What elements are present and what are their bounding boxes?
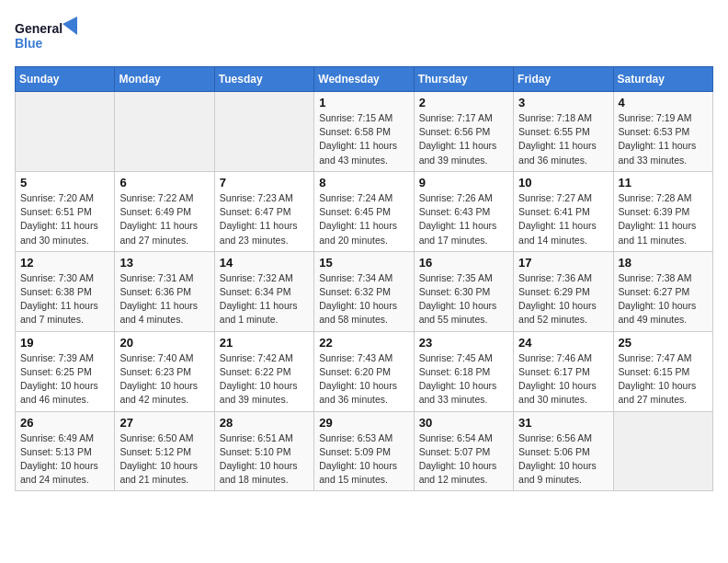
page-header: General Blue	[15, 15, 713, 59]
day-info: Sunrise: 6:54 AMSunset: 5:07 PMDaylight:…	[419, 431, 508, 488]
day-number: 19	[20, 336, 109, 350]
day-info: Sunrise: 7:47 AMSunset: 6:15 PMDaylight:…	[619, 351, 708, 408]
calendar-cell: 19Sunrise: 7:39 AMSunset: 6:25 PMDayligh…	[16, 331, 115, 411]
day-info: Sunrise: 7:40 AMSunset: 6:23 PMDaylight:…	[119, 351, 209, 408]
calendar-body: 1Sunrise: 7:15 AMSunset: 6:58 PMDaylight…	[16, 92, 713, 491]
calendar-cell: 8Sunrise: 7:24 AMSunset: 6:45 PMDaylight…	[314, 171, 414, 251]
day-info: Sunrise: 7:27 AMSunset: 6:41 PMDaylight:…	[518, 191, 608, 247]
day-info: Sunrise: 7:22 AMSunset: 6:49 PMDaylight:…	[119, 191, 209, 247]
calendar-cell: 20Sunrise: 7:40 AMSunset: 6:23 PMDayligh…	[115, 331, 214, 411]
day-info: Sunrise: 7:36 AMSunset: 6:29 PMDaylight:…	[518, 271, 608, 327]
day-number: 1	[319, 96, 408, 109]
day-number: 13	[119, 256, 209, 270]
calendar-week-4: 19Sunrise: 7:39 AMSunset: 6:25 PMDayligh…	[16, 331, 713, 411]
svg-text:Blue: Blue	[15, 36, 43, 51]
calendar-cell: 12Sunrise: 7:30 AMSunset: 6:38 PMDayligh…	[16, 251, 115, 331]
day-info: Sunrise: 7:38 AMSunset: 6:27 PMDaylight:…	[619, 271, 708, 327]
day-info: Sunrise: 7:31 AMSunset: 6:36 PMDaylight:…	[119, 271, 209, 327]
day-info: Sunrise: 6:49 AMSunset: 5:13 PMDaylight:…	[20, 431, 109, 488]
day-info: Sunrise: 7:42 AMSunset: 6:22 PMDaylight:…	[220, 351, 309, 408]
day-info: Sunrise: 7:46 AMSunset: 6:17 PMDaylight:…	[518, 351, 608, 408]
day-number: 2	[419, 96, 508, 109]
day-number: 16	[419, 256, 508, 270]
day-info: Sunrise: 7:43 AMSunset: 6:20 PMDaylight:…	[319, 351, 408, 408]
day-number: 25	[619, 336, 708, 350]
day-info: Sunrise: 7:24 AMSunset: 6:45 PMDaylight:…	[319, 191, 408, 247]
day-info: Sunrise: 7:15 AMSunset: 6:58 PMDaylight:…	[319, 111, 408, 167]
calendar-week-2: 5Sunrise: 7:20 AMSunset: 6:51 PMDaylight…	[16, 171, 713, 251]
day-info: Sunrise: 7:20 AMSunset: 6:51 PMDaylight:…	[20, 191, 109, 247]
calendar-cell: 26Sunrise: 6:49 AMSunset: 5:13 PMDayligh…	[16, 411, 115, 491]
calendar-cell: 16Sunrise: 7:35 AMSunset: 6:30 PMDayligh…	[414, 251, 513, 331]
day-number: 31	[518, 416, 608, 430]
day-number: 11	[619, 176, 708, 190]
day-info: Sunrise: 6:56 AMSunset: 5:06 PMDaylight:…	[518, 431, 608, 488]
day-number: 3	[518, 96, 608, 109]
calendar-week-3: 12Sunrise: 7:30 AMSunset: 6:38 PMDayligh…	[16, 251, 713, 331]
calendar-cell: 25Sunrise: 7:47 AMSunset: 6:15 PMDayligh…	[613, 331, 712, 411]
calendar-table: SundayMondayTuesdayWednesdayThursdayFrid…	[15, 66, 713, 491]
day-info: Sunrise: 7:28 AMSunset: 6:39 PMDaylight:…	[619, 191, 708, 247]
day-number: 28	[220, 416, 309, 430]
weekday-header-friday: Friday	[514, 67, 613, 92]
day-info: Sunrise: 7:23 AMSunset: 6:47 PMDaylight:…	[220, 191, 309, 247]
day-info: Sunrise: 6:50 AMSunset: 5:12 PMDaylight:…	[119, 431, 209, 488]
day-number: 29	[319, 416, 408, 430]
weekday-header-thursday: Thursday	[414, 67, 513, 92]
calendar-cell: 27Sunrise: 6:50 AMSunset: 5:12 PMDayligh…	[115, 411, 214, 491]
calendar-cell: 6Sunrise: 7:22 AMSunset: 6:49 PMDaylight…	[115, 171, 214, 251]
calendar-cell: 29Sunrise: 6:53 AMSunset: 5:09 PMDayligh…	[314, 411, 414, 491]
day-number: 8	[319, 176, 408, 190]
calendar-cell: 7Sunrise: 7:23 AMSunset: 6:47 PMDaylight…	[214, 171, 313, 251]
day-number: 21	[220, 336, 309, 350]
day-number: 30	[419, 416, 508, 430]
day-number: 20	[119, 336, 209, 350]
calendar-cell: 15Sunrise: 7:34 AMSunset: 6:32 PMDayligh…	[314, 251, 414, 331]
day-number: 12	[20, 256, 109, 270]
day-info: Sunrise: 7:35 AMSunset: 6:30 PMDaylight:…	[419, 271, 508, 327]
calendar-cell: 18Sunrise: 7:38 AMSunset: 6:27 PMDayligh…	[613, 251, 712, 331]
calendar-cell: 21Sunrise: 7:42 AMSunset: 6:22 PMDayligh…	[214, 331, 313, 411]
calendar-cell: 17Sunrise: 7:36 AMSunset: 6:29 PMDayligh…	[514, 251, 613, 331]
day-info: Sunrise: 7:32 AMSunset: 6:34 PMDaylight:…	[220, 271, 309, 327]
day-number: 14	[220, 256, 309, 270]
svg-marker-2	[63, 17, 77, 35]
day-number: 4	[619, 96, 708, 109]
day-number: 10	[518, 176, 608, 190]
day-number: 7	[220, 176, 309, 190]
day-number: 9	[419, 176, 508, 190]
calendar-cell	[16, 92, 115, 172]
day-number: 18	[619, 256, 708, 270]
weekday-header-monday: Monday	[115, 67, 214, 92]
calendar-week-1: 1Sunrise: 7:15 AMSunset: 6:58 PMDaylight…	[16, 92, 713, 172]
svg-text:General: General	[15, 21, 63, 36]
day-info: Sunrise: 7:17 AMSunset: 6:56 PMDaylight:…	[419, 111, 508, 167]
day-number: 6	[119, 176, 209, 190]
calendar-cell	[214, 92, 313, 172]
calendar-cell: 22Sunrise: 7:43 AMSunset: 6:20 PMDayligh…	[314, 331, 414, 411]
calendar-cell: 31Sunrise: 6:56 AMSunset: 5:06 PMDayligh…	[514, 411, 613, 491]
calendar-cell: 11Sunrise: 7:28 AMSunset: 6:39 PMDayligh…	[613, 171, 712, 251]
logo-icon: General Blue	[15, 15, 88, 59]
calendar-cell: 10Sunrise: 7:27 AMSunset: 6:41 PMDayligh…	[514, 171, 613, 251]
day-info: Sunrise: 6:51 AMSunset: 5:10 PMDaylight:…	[220, 431, 309, 488]
calendar-cell: 5Sunrise: 7:20 AMSunset: 6:51 PMDaylight…	[16, 171, 115, 251]
day-number: 15	[319, 256, 408, 270]
calendar-cell: 2Sunrise: 7:17 AMSunset: 6:56 PMDaylight…	[414, 92, 513, 172]
calendar-cell	[115, 92, 214, 172]
calendar-cell: 24Sunrise: 7:46 AMSunset: 6:17 PMDayligh…	[514, 331, 613, 411]
calendar-cell: 13Sunrise: 7:31 AMSunset: 6:36 PMDayligh…	[115, 251, 214, 331]
weekday-header-wednesday: Wednesday	[314, 67, 414, 92]
day-info: Sunrise: 7:19 AMSunset: 6:53 PMDaylight:…	[619, 111, 708, 167]
day-info: Sunrise: 6:53 AMSunset: 5:09 PMDaylight:…	[319, 431, 408, 488]
calendar-cell: 23Sunrise: 7:45 AMSunset: 6:18 PMDayligh…	[414, 331, 513, 411]
calendar-cell	[613, 411, 712, 491]
day-number: 17	[518, 256, 608, 270]
calendar-header: SundayMondayTuesdayWednesdayThursdayFrid…	[16, 67, 713, 92]
day-info: Sunrise: 7:26 AMSunset: 6:43 PMDaylight:…	[419, 191, 508, 247]
day-number: 27	[119, 416, 209, 430]
weekday-header-sunday: Sunday	[16, 67, 115, 92]
logo: General Blue	[15, 15, 88, 59]
calendar-cell: 1Sunrise: 7:15 AMSunset: 6:58 PMDaylight…	[314, 92, 414, 172]
calendar-cell: 3Sunrise: 7:18 AMSunset: 6:55 PMDaylight…	[514, 92, 613, 172]
